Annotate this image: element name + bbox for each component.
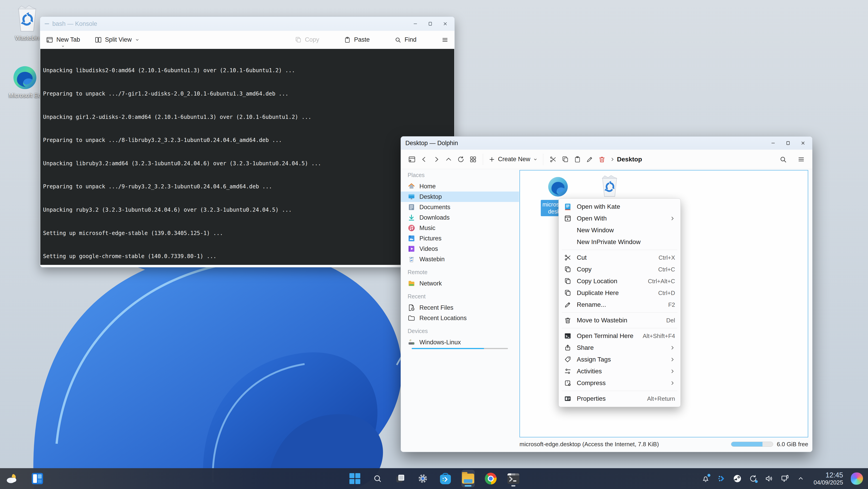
steam-icon[interactable] xyxy=(732,474,743,484)
sidebar-item-music[interactable]: Music xyxy=(401,223,519,233)
copy-location-icon xyxy=(563,276,572,286)
menu-item-properties[interactable]: Properties Alt+Return xyxy=(559,393,681,404)
menu-item-new-inprivate-window[interactable]: New InPrivate Window xyxy=(559,236,681,248)
sidebar-item-videos[interactable]: Videos xyxy=(401,243,519,254)
sidebar-item-desktop[interactable]: Desktop xyxy=(401,192,519,202)
file-wastebin[interactable] xyxy=(592,175,627,198)
close-icon[interactable] xyxy=(438,18,453,29)
minimize-icon[interactable] xyxy=(408,18,423,29)
sidebar-item-wastebin[interactable]: Wastebin xyxy=(401,254,519,264)
weather-widget-icon[interactable] xyxy=(5,473,19,484)
network-folder-icon xyxy=(408,280,415,287)
maximize-icon[interactable] xyxy=(781,138,796,149)
activities-icon xyxy=(563,367,572,376)
tag-icon xyxy=(563,355,572,364)
menu-item-rename[interactable]: Rename... F2 xyxy=(559,299,681,311)
chevron-right-icon xyxy=(610,157,615,162)
icon-view-icon[interactable] xyxy=(467,153,479,165)
clock-time: 12:45 xyxy=(814,471,843,479)
dolphin-title: Desktop — Dolphin xyxy=(405,140,458,147)
breadcrumb[interactable]: Desktop xyxy=(610,156,642,163)
sidebar-item-documents[interactable]: Documents xyxy=(401,202,519,213)
settings-icon[interactable] xyxy=(416,470,429,487)
menu-item-cut[interactable]: Cut Ctrl+X xyxy=(559,252,681,263)
menu-item-assign-tags[interactable]: Assign Tags xyxy=(559,354,681,365)
menu-item-share[interactable]: Share xyxy=(559,342,681,354)
hamburger-menu-icon[interactable] xyxy=(795,153,807,165)
start-button[interactable] xyxy=(348,470,362,487)
taskbar-app-dolphin[interactable] xyxy=(462,470,475,487)
microsoft-edge-icon xyxy=(12,65,37,90)
konsole-titlebar[interactable]: bash — Konsole xyxy=(40,17,455,31)
copy-button[interactable]: Copy xyxy=(295,36,319,43)
hamburger-menu-icon[interactable] xyxy=(441,36,448,43)
menu-item-open-with-kate[interactable]: Open with Kate xyxy=(559,201,681,213)
desktop-folder-icon xyxy=(408,193,415,201)
discover-store-icon[interactable] xyxy=(439,470,452,487)
split-view-button[interactable]: Split View xyxy=(95,36,140,43)
trash-icon xyxy=(563,316,572,325)
close-icon[interactable] xyxy=(796,138,810,149)
menu-item-copy[interactable]: Copy Ctrl+C xyxy=(559,263,681,275)
refresh-icon[interactable] xyxy=(455,153,467,165)
compress-icon xyxy=(563,379,572,388)
widgets-icon[interactable] xyxy=(32,473,43,484)
section-header: Recent xyxy=(401,289,519,302)
minimize-icon[interactable] xyxy=(766,138,781,149)
menu-item-activities[interactable]: Activities xyxy=(559,365,681,377)
find-button[interactable]: Find xyxy=(395,36,416,43)
recycle-bin-icon xyxy=(16,5,39,33)
menu-item-move-to-wastebin[interactable]: Move to Wastebin Del xyxy=(559,315,681,326)
sidebar-item-network[interactable]: Network xyxy=(401,278,519,289)
tray-expander-chevron-icon[interactable] xyxy=(796,474,806,484)
menu-item-open-terminal-here[interactable]: Open Terminal Here Alt+Shift+F4 xyxy=(559,330,681,342)
task-view-icon[interactable] xyxy=(394,470,407,487)
sidebar-item-windows-linux[interactable]: Windows-Linux xyxy=(401,337,519,348)
display-device-icon[interactable] xyxy=(780,474,790,484)
copy-icon[interactable] xyxy=(559,153,571,165)
recycle-bin-icon xyxy=(599,175,620,198)
menu-item-copy-location[interactable]: Copy Location Ctrl+Alt+C xyxy=(559,275,681,287)
kde-connect-icon[interactable] xyxy=(716,474,727,484)
maximize-icon[interactable] xyxy=(423,18,438,29)
file-manager-icon xyxy=(462,474,474,484)
taskbar-search-icon[interactable] xyxy=(371,470,384,487)
chevron-down-icon[interactable] xyxy=(61,44,65,48)
menu-item-new-window[interactable]: New Window xyxy=(559,224,681,236)
menu-item-compress[interactable]: Compress xyxy=(559,377,681,389)
sidebar-item-home[interactable]: Home xyxy=(401,181,519,192)
sidebar-item-pictures[interactable]: Pictures xyxy=(401,233,519,243)
paste-icon[interactable] xyxy=(571,153,584,165)
sidebar-item-recent-locations[interactable]: Recent Locations xyxy=(401,313,519,323)
split-view-label: Split View xyxy=(105,36,132,43)
up-icon[interactable] xyxy=(442,153,455,165)
create-new-button[interactable]: Create New xyxy=(489,156,537,163)
paste-icon xyxy=(344,36,351,43)
taskbar-app-chrome[interactable] xyxy=(484,470,497,487)
new-tab-icon[interactable] xyxy=(406,153,418,165)
updates-sync-icon[interactable] xyxy=(748,474,758,484)
sidebar-item-recent-files[interactable]: Recent Files xyxy=(401,302,519,313)
clock[interactable]: 12:45 04/09/2025 xyxy=(814,471,843,486)
taskbar: 12:45 04/09/2025 xyxy=(0,468,868,489)
dolphin-titlebar[interactable]: Desktop — Dolphin xyxy=(401,136,812,150)
back-icon[interactable] xyxy=(418,153,430,165)
rename-icon[interactable] xyxy=(584,153,596,165)
forward-icon[interactable] xyxy=(430,153,442,165)
paste-button[interactable]: Paste xyxy=(344,36,370,43)
notifications-bell-icon[interactable] xyxy=(701,474,711,484)
delete-icon[interactable] xyxy=(596,153,608,165)
terminal-output[interactable]: Unpacking libudisks2-0:amd64 (2.10.1-6ub… xyxy=(40,49,454,265)
sidebar-item-downloads[interactable]: Downloads xyxy=(401,213,519,223)
taskbar-app-konsole[interactable] xyxy=(507,470,520,487)
copilot-icon[interactable] xyxy=(851,472,863,485)
volume-icon[interactable] xyxy=(764,474,774,484)
new-tab-button[interactable]: New Tab xyxy=(46,36,80,43)
submenu-arrow-icon xyxy=(670,345,675,351)
menu-item-duplicate-here[interactable]: Duplicate Here Ctrl+D xyxy=(559,287,681,299)
search-icon[interactable] xyxy=(777,153,789,165)
desktop-screen: Wastebin Microsoft Ed bash — Konsole xyxy=(0,0,868,489)
desktop-icon-edge[interactable]: Microsoft Ed xyxy=(7,65,43,99)
menu-item-open-with[interactable]: Open With xyxy=(559,213,681,224)
cut-icon[interactable] xyxy=(547,153,559,165)
